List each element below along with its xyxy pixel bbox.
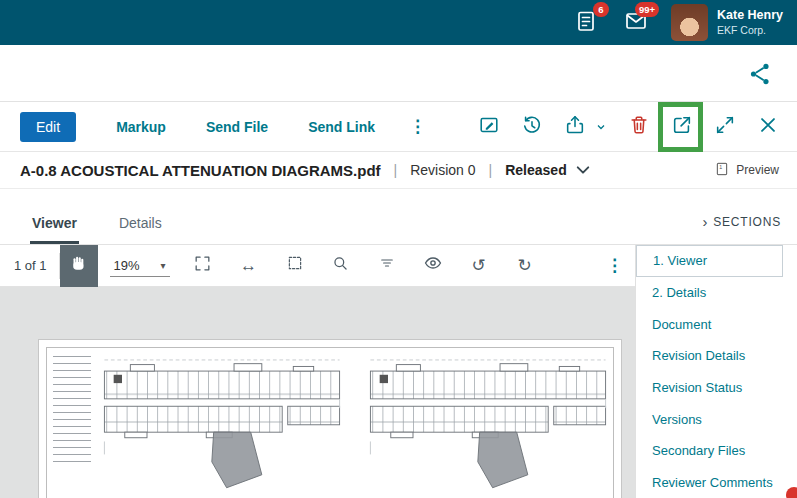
zoom-select[interactable]: 19% ▾ [110,255,170,277]
status-chevron-down-icon [576,162,590,178]
preview-icon: 1 [714,160,730,181]
send-file-button[interactable]: Send File [206,119,268,135]
tab-viewer[interactable]: Viewer [30,215,79,244]
open-in-new-button[interactable] [669,114,695,140]
rotate-left-button[interactable]: ↺ [466,253,492,279]
document-title: A-0.8 ACOUSTICAL ATTENUATION DIAGRAMS.pd… [20,162,381,179]
resize-button[interactable] [712,114,738,140]
fullscreen-button[interactable] [190,253,216,279]
sections-label: SECTIONS [713,215,781,229]
fit-width-button[interactable]: ↔ [236,253,262,279]
rotate-right-button[interactable]: ↻ [512,253,538,279]
tasks-badge: 6 [593,2,609,17]
close-icon [757,114,779,139]
share-button[interactable] [747,61,773,87]
export-chevron-down-icon[interactable] [595,114,609,140]
zoom-caret-icon: ▾ [161,260,166,271]
open-in-new-icon [671,114,693,139]
close-button[interactable] [755,114,781,140]
page-indicator: 1 of 1 [0,258,59,273]
annotate-icon [478,114,500,139]
edit-button[interactable]: Edit [20,112,76,142]
separator: | [394,162,398,178]
sidebar-item-versions[interactable]: Versions [636,403,783,435]
markup-button[interactable]: Markup [116,119,166,135]
view-options-button[interactable] [420,253,446,279]
revision-label: Revision 0 [410,162,475,178]
fullscreen-icon [193,254,212,278]
trash-icon [628,114,650,139]
floor-plan-left [97,352,347,492]
scroll-gutter [783,245,797,498]
magnifier-icon [331,254,350,278]
user-name: Kate Henry [717,8,783,24]
tab-details[interactable]: Details [117,215,164,244]
sections-toggle[interactable]: › SECTIONS [702,214,781,244]
sidebar-item-revision-details[interactable]: Revision Details [636,340,783,372]
eye-icon [423,253,443,278]
sections-chevron-icon: › [702,214,708,229]
share-icon [747,73,773,90]
app-window: 6 99+ Kate Henry EKF Corp. [0,0,797,498]
floor-plan-right [363,352,613,492]
filter-icon [378,254,396,277]
sidebar-item-reviewer-comments[interactable]: Reviewer Comments [636,467,783,498]
sections-sidebar: 1. Viewer 2. Details Document Revision D… [635,245,783,498]
user-menu[interactable]: Kate Henry EKF Corp. [671,4,783,41]
pan-tool-button[interactable] [60,245,98,287]
select-region-button[interactable] [282,253,308,279]
sidebar-item-revision-status[interactable]: Revision Status [636,372,783,404]
markup-annotate-button[interactable] [476,114,502,140]
user-org: EKF Corp. [717,24,783,37]
sidebar-item-document[interactable]: Document [636,308,783,340]
separator: | [489,162,493,178]
history-button[interactable] [519,114,545,140]
zoom-level: 19% [114,258,140,273]
filter-button[interactable] [374,253,400,279]
delete-button[interactable] [626,114,652,140]
document-panel: Edit Markup Send File Send Link ⋮ [0,101,797,498]
sidebar-item-secondary-files[interactable]: Secondary Files [636,435,783,467]
document-bar: A-0.8 ACOUSTICAL ATTENUATION DIAGRAMS.pd… [0,152,797,189]
mail-button[interactable]: 99+ [621,8,651,38]
svg-text:1: 1 [720,164,723,170]
export-icon [564,114,586,139]
viewer-column: 1 of 1 [0,245,635,498]
corner-notification-dot [786,487,797,498]
send-link-button[interactable]: Send Link [308,119,375,135]
viewer-canvas[interactable] [0,287,635,498]
avatar [671,4,708,41]
tabs-row: Viewer Details › SECTIONS [0,189,797,245]
viewer-toolbar: 1 of 1 [0,245,635,287]
more-actions-kebab-icon[interactable]: ⋮ [409,116,426,137]
resize-icon [714,114,736,139]
status-label: Released [505,162,566,178]
sidebar-item-viewer[interactable]: 1. Viewer [636,245,783,277]
marquee-icon [286,254,304,277]
pdf-page [38,339,622,498]
export-button[interactable] [562,114,588,140]
sidebar-item-details[interactable]: 2. Details [636,277,783,309]
action-toolbar: Edit Markup Send File Send Link ⋮ [0,102,797,152]
work-area: 1 of 1 [0,245,797,498]
hand-icon [69,254,89,277]
history-icon [521,114,543,139]
viewer-more-kebab-icon[interactable]: ⋮ [606,255,623,276]
top-header: 6 99+ Kate Henry EKF Corp. [0,0,797,45]
sub-bar [0,45,797,101]
mail-badge: 99+ [635,2,659,17]
zoom-search-button[interactable] [328,253,354,279]
tasks-button[interactable]: 6 [571,8,601,38]
status-dropdown[interactable]: Released [505,162,589,178]
preview-button[interactable]: 1 Preview [714,160,779,181]
preview-label: Preview [736,163,779,177]
drawing-notes [53,356,91,468]
